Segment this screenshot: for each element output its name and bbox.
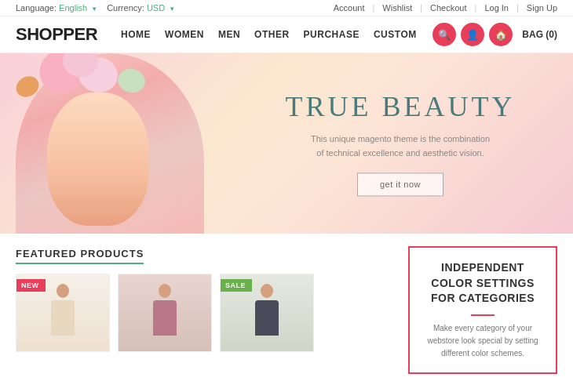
product-bg-2 (119, 274, 211, 351)
logo: SHOPPER (16, 24, 97, 45)
nav-men[interactable]: MEN (218, 29, 240, 40)
header: SHOPPER HOME WOMEN MEN OTHER PURCHASE CU… (0, 16, 573, 53)
login-link[interactable]: Log In (484, 3, 509, 13)
top-bar-right: Account | Wishlist | Checkout | Log In |… (334, 3, 557, 13)
currency-dropdown-icon: ▼ (169, 5, 175, 13)
products-row: NEW SALE (16, 274, 396, 352)
product-body-2 (153, 300, 177, 336)
language-dropdown-icon: ▼ (91, 5, 97, 13)
hero-image (0, 53, 251, 234)
hero-title: TRUE BEAUTY (275, 90, 526, 123)
hero-face (47, 93, 149, 226)
featured-section: FEATURED PRODUCTS NEW (16, 246, 396, 374)
home-button[interactable]: 🏠 (489, 23, 513, 46)
featured-title: FEATURED PRODUCTS (16, 248, 144, 264)
currency-label: Currency: USD ▼ (107, 3, 175, 13)
sale-badge: SALE (220, 279, 252, 292)
user-button[interactable]: 👤 (461, 23, 484, 46)
hero-subtitle: This unique magento theme is the combina… (275, 132, 526, 160)
nav-women[interactable]: WOMEN (165, 29, 204, 40)
product-head-1 (57, 284, 69, 298)
user-icon: 👤 (466, 29, 479, 41)
top-bar: Language: English ▼ Currency: USD ▼ Acco… (0, 0, 573, 16)
sidebar-box: INDEPENDENT COLOR SETTINGS FOR CATEGORIE… (408, 246, 557, 374)
product-body-1 (51, 300, 75, 336)
hero-content: TRUE BEAUTY This unique magento theme is… (275, 90, 526, 196)
language-label: Language: English ▼ (16, 3, 97, 13)
product-card-3[interactable]: SALE (220, 274, 314, 352)
nav-other[interactable]: OTHER (254, 29, 290, 40)
wishlist-link[interactable]: Wishlist (382, 3, 412, 13)
nav-home[interactable]: HOME (121, 29, 151, 40)
product-card-1[interactable]: NEW (16, 274, 110, 352)
product-head-2 (159, 284, 171, 298)
nav-custom[interactable]: CUSTOM (374, 29, 417, 40)
home-icon: 🏠 (495, 29, 507, 41)
product-body-3 (255, 300, 279, 336)
main-nav: HOME WOMEN MEN OTHER PURCHASE CUSTOM (121, 29, 432, 40)
sidebar-box-title: INDEPENDENT COLOR SETTINGS FOR CATEGORIE… (422, 260, 543, 307)
bag-button[interactable]: BAG (0) (522, 29, 557, 40)
signup-link[interactable]: Sign Up (527, 3, 557, 13)
hero-banner: TRUE BEAUTY This unique magento theme is… (0, 53, 573, 234)
account-link[interactable]: Account (334, 3, 365, 13)
search-button[interactable]: 🔍 (432, 23, 456, 46)
new-badge: NEW (16, 279, 46, 292)
checkout-link[interactable]: Checkout (430, 3, 466, 13)
hero-cta-button[interactable]: get it now (357, 173, 443, 197)
header-icons: 🔍 👤 🏠 BAG (0) (432, 23, 557, 46)
sidebar-box-text: Make every category of your webstore loo… (422, 322, 543, 360)
product-figure-2 (149, 284, 181, 343)
search-icon: 🔍 (438, 29, 451, 41)
currency-link[interactable]: USD ▼ (147, 3, 175, 13)
bottom-section: FEATURED PRODUCTS NEW (0, 234, 573, 387)
product-card-2[interactable] (118, 274, 212, 352)
product-figure-1 (47, 284, 78, 343)
product-head-3 (261, 284, 273, 298)
top-bar-left: Language: English ▼ Currency: USD ▼ (16, 3, 175, 13)
sidebar-divider (471, 314, 495, 316)
product-figure-3 (251, 284, 283, 343)
nav-purchase[interactable]: PURCHASE (304, 29, 359, 40)
language-link[interactable]: English ▼ (59, 3, 97, 13)
